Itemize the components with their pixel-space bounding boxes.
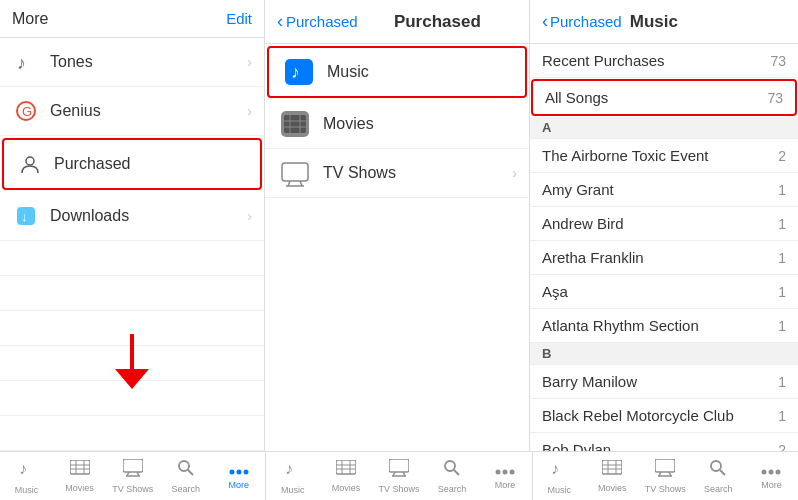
list-item-blackrebel[interactable]: Black Rebel Motorcycle Club1 [530, 399, 798, 433]
downloads-icon: ↓ [12, 202, 40, 230]
tab-movies[interactable]: Movies [586, 452, 639, 500]
tab-label-more: More [495, 480, 516, 490]
nav-item-tones[interactable]: ♪ Tones [0, 38, 264, 87]
svg-rect-11 [284, 115, 306, 133]
list-count-atlanta: 1 [778, 318, 786, 334]
tab-label-movies: Movies [65, 483, 94, 493]
movies-icon [277, 110, 313, 138]
tab-search[interactable]: Search [159, 452, 212, 500]
svg-rect-56 [655, 459, 675, 472]
tab-more[interactable]: More [745, 452, 798, 500]
nav-item-purchased[interactable]: Purchased [2, 138, 262, 190]
list-item-atlanta[interactable]: Atlanta Rhythm Section1 [530, 309, 798, 343]
nav-item-music[interactable]: ♪ Music [267, 46, 527, 98]
tab-label-search: Search [171, 484, 200, 494]
tab-icon-movies [70, 460, 90, 481]
list-item-bobdylan[interactable]: Bob Dylan2 [530, 433, 798, 451]
tab-label-tvshows: TV Shows [112, 484, 153, 494]
tab-tvshows[interactable]: TV Shows [106, 452, 159, 500]
section-header-secB: B [530, 343, 798, 365]
list-count-asa: 1 [778, 284, 786, 300]
list-label-aretha: Aretha Franklin [542, 249, 778, 266]
tab-icon-tvshows [655, 459, 675, 482]
left-panel: More Edit ♪ Tones G Genius Purchased [0, 0, 265, 451]
svg-point-60 [711, 461, 721, 471]
tab-search[interactable]: Search [692, 452, 745, 500]
svg-text:♪: ♪ [19, 460, 27, 477]
list-item-recent[interactable]: Recent Purchases73 [530, 44, 798, 78]
tab-more[interactable]: More [479, 452, 532, 500]
tab-movies[interactable]: Movies [53, 452, 106, 500]
tab-bar: ♪MusicMoviesTV ShowsSearchMore ♪MusicMov… [0, 451, 798, 500]
list-item-barry[interactable]: Barry Manilow1 [530, 365, 798, 399]
left-panel-title: More [12, 10, 48, 28]
svg-text:♪: ♪ [17, 53, 26, 73]
svg-rect-21 [70, 460, 90, 474]
right-back-label: Purchased [550, 13, 622, 30]
nav-item-downloads[interactable]: ↓ Downloads [0, 192, 264, 241]
movies-label: Movies [323, 115, 517, 133]
arrow-indicator [107, 329, 157, 393]
tones-chevron [247, 54, 252, 70]
list-count-andrewbird: 1 [778, 216, 786, 232]
list-item-allsongs[interactable]: All Songs73 [531, 79, 797, 116]
tab-music[interactable]: ♪Music [533, 452, 586, 500]
tvshows-label: TV Shows [323, 164, 512, 182]
list-count-amygrant: 1 [778, 182, 786, 198]
tab-icon-more [761, 463, 781, 478]
tab-tvshows[interactable]: TV Shows [639, 452, 692, 500]
list-item-airborne[interactable]: The Airborne Toxic Event2 [530, 139, 798, 173]
nav-item-movies[interactable]: Movies [265, 100, 529, 149]
tab-label-search: Search [438, 484, 467, 494]
svg-marker-7 [115, 369, 149, 389]
svg-point-47 [496, 469, 501, 474]
right-back-button[interactable]: ‹ Purchased [542, 11, 622, 32]
list-label-airborne: The Airborne Toxic Event [542, 147, 778, 164]
nav-item-tvshows[interactable]: TV Shows [265, 149, 529, 198]
svg-point-3 [26, 157, 34, 165]
tab-music[interactable]: ♪Music [0, 452, 53, 500]
tab-label-tvshows: TV Shows [378, 484, 419, 494]
svg-point-34 [243, 469, 248, 474]
list-item-andrewbird[interactable]: Andrew Bird1 [530, 207, 798, 241]
svg-point-33 [236, 469, 241, 474]
tab-icon-music: ♪ [283, 458, 303, 483]
tvshows-chevron [512, 165, 517, 181]
genius-icon: G [12, 97, 40, 125]
tab-label-music: Music [281, 485, 305, 495]
left-tab-section: ♪MusicMoviesTV ShowsSearchMore [0, 452, 266, 500]
svg-point-32 [229, 469, 234, 474]
tab-label-movies: Movies [598, 483, 627, 493]
middle-back-button[interactable]: ‹ Purchased [277, 11, 358, 32]
svg-rect-26 [123, 459, 143, 472]
left-header: More Edit [0, 0, 264, 38]
tab-icon-search [709, 459, 727, 482]
left-edit-button[interactable]: Edit [226, 10, 252, 27]
list-label-recent: Recent Purchases [542, 52, 770, 69]
music-label: Music [327, 63, 513, 81]
tab-search[interactable]: Search [426, 452, 479, 500]
tab-tvshows[interactable]: TV Shows [372, 452, 425, 500]
purchased-label: Purchased [54, 155, 248, 173]
list-count-bobdylan: 2 [778, 442, 786, 452]
svg-rect-41 [389, 459, 409, 472]
list-label-bobdylan: Bob Dylan [542, 441, 778, 451]
list-label-atlanta: Atlanta Rhythm Section [542, 317, 778, 334]
tab-music[interactable]: ♪Music [266, 452, 319, 500]
tab-icon-more [229, 463, 249, 478]
list-item-asa[interactable]: Aşa1 [530, 275, 798, 309]
genius-chevron [247, 103, 252, 119]
tones-icon: ♪ [12, 48, 40, 76]
svg-point-45 [445, 461, 455, 471]
svg-line-61 [720, 470, 725, 475]
nav-item-genius[interactable]: G Genius [0, 87, 264, 136]
tab-more[interactable]: More [212, 452, 265, 500]
svg-text:♪: ♪ [291, 62, 300, 82]
music-icon: ♪ [281, 58, 317, 86]
tab-icon-tvshows [123, 459, 143, 482]
svg-line-46 [454, 470, 459, 475]
tab-movies[interactable]: Movies [319, 452, 372, 500]
list-item-aretha[interactable]: Aretha Franklin1 [530, 241, 798, 275]
list-item-amygrant[interactable]: Amy Grant1 [530, 173, 798, 207]
list-count-allsongs: 73 [767, 90, 783, 106]
